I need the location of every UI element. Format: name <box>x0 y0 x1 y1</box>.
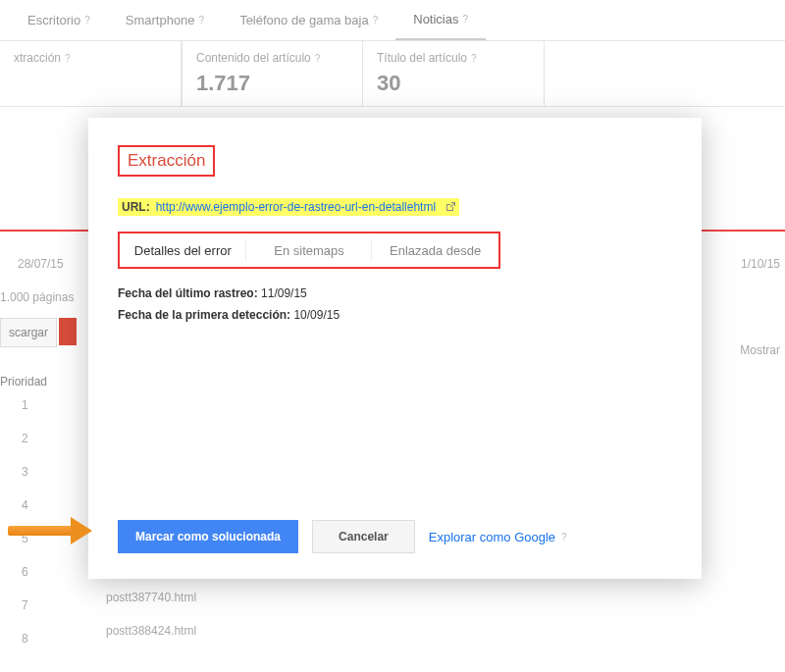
action-button[interactable] <box>59 318 77 345</box>
url-label: URL: <box>122 200 150 214</box>
chart-date-start: 28/07/15 <box>18 257 64 271</box>
table-row-num: 5 <box>0 522 98 555</box>
stat-value: 1.717 <box>196 71 348 96</box>
detail-url-link[interactable]: http://www.ejemplo-error-de-rastreo-url-… <box>156 200 436 214</box>
help-icon: ? <box>315 53 321 64</box>
table-row-num: 2 <box>0 422 98 455</box>
table-row-num: 3 <box>0 455 98 489</box>
tab-error-details[interactable]: Detalles del error <box>120 233 246 267</box>
dialog-footer: Marcar como solucionada Cancelar Explora… <box>118 520 672 553</box>
stat-article-content[interactable]: Contenido del artículo? 1.717 <box>182 41 363 106</box>
fetch-as-google-link[interactable]: Explorar como Google ? <box>429 530 567 544</box>
last-crawl-value: 11/09/15 <box>261 286 307 300</box>
download-button[interactable]: scargar <box>0 318 57 347</box>
right-column: 1/10/15 Mostrar <box>736 257 785 357</box>
error-detail-body: Fecha del último rastreo: 11/09/15 Fecha… <box>118 283 672 326</box>
error-detail-dialog: Extracción URL: http://www.ejemplo-error… <box>88 118 702 579</box>
url-row: URL: http://www.ejemplo-error-de-rastreo… <box>118 198 459 216</box>
table-row-num: 6 <box>0 555 98 589</box>
tab-label: Smartphone <box>126 13 195 27</box>
help-icon: ? <box>84 15 90 26</box>
tab-label: Escritorio <box>27 13 80 27</box>
last-crawl-label: Fecha del último rastreo: <box>118 286 258 300</box>
detail-tabs: Detalles del error En sitemaps Enlazada … <box>118 232 500 269</box>
dialog-title: Extracción <box>118 145 215 177</box>
tab-desktop[interactable]: Escritorio? <box>10 0 108 40</box>
tab-label: Teléfono de gama baja <box>239 13 369 27</box>
cancel-button[interactable]: Cancelar <box>312 520 415 553</box>
table-row-num: 7 <box>0 589 98 622</box>
help-icon: ? <box>463 14 469 25</box>
table-row-num: 4 <box>0 489 98 522</box>
external-link-icon[interactable] <box>445 201 455 213</box>
help-icon: ? <box>199 15 205 26</box>
chart-date-end: 1/10/15 <box>736 257 785 284</box>
link-label: Explorar como Google <box>429 530 555 544</box>
tab-in-sitemaps[interactable]: En sitemaps <box>246 233 373 267</box>
table-row-url[interactable]: postt388424.html <box>106 624 196 638</box>
table-row-num: 8 <box>0 622 98 655</box>
mark-as-fixed-button[interactable]: Marcar como solucionada <box>118 520 298 553</box>
first-detection-label: Fecha de la primera detección: <box>118 308 290 322</box>
tab-feature-phone[interactable]: Teléfono de gama baja? <box>222 0 395 40</box>
stat-extraction[interactable]: xtracción? <box>0 41 182 106</box>
stat-label: xtracción <box>14 51 61 65</box>
help-icon: ? <box>65 53 71 64</box>
table-row-num: 1 <box>0 388 98 422</box>
column-header-priority: Prioridad <box>0 375 98 388</box>
device-tabs: Escritorio? Smartphone? Teléfono de gama… <box>0 0 785 41</box>
tab-smartphone[interactable]: Smartphone? <box>108 0 222 40</box>
help-icon: ? <box>471 53 477 64</box>
stat-label: Contenido del artículo <box>196 51 311 65</box>
help-icon: ? <box>561 532 567 543</box>
pages-count: 1.000 páginas <box>0 284 98 310</box>
stats-row: xtracción? Contenido del artículo? 1.717… <box>0 41 785 107</box>
tab-label: Noticias <box>413 12 458 26</box>
stat-value: 30 <box>377 71 530 96</box>
tab-news[interactable]: Noticias? <box>395 0 486 40</box>
first-detection-value: 10/09/15 <box>293 308 340 322</box>
stat-article-title[interactable]: Título del artículo? 30 <box>363 41 545 106</box>
stat-label: Título del artículo <box>377 51 467 65</box>
help-icon: ? <box>373 15 379 26</box>
table-row-url[interactable]: postt387740.html <box>106 591 196 604</box>
left-column: 28/07/15 1.000 páginas scargar Prioridad… <box>0 257 98 655</box>
show-label[interactable]: Mostrar <box>736 343 785 357</box>
tab-linked-from[interactable]: Enlazada desde <box>372 233 498 267</box>
